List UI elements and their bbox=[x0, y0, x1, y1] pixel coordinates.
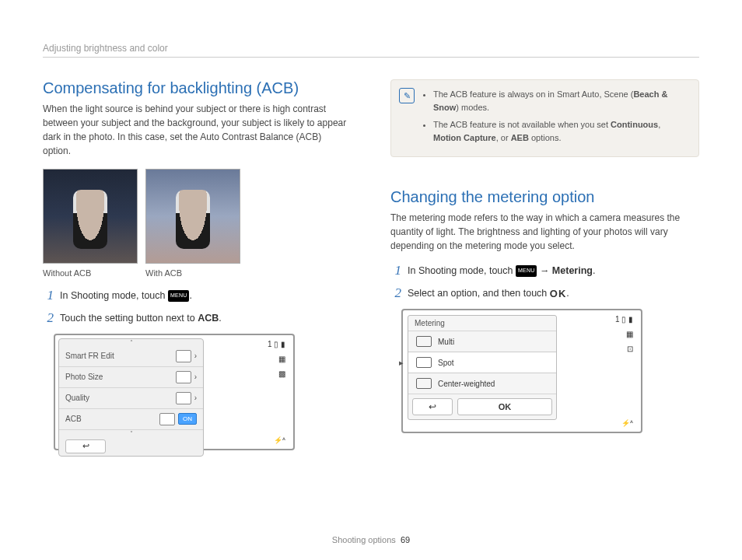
chevron-right-icon: › bbox=[194, 394, 197, 402]
scroll-up-icon: ˄ bbox=[59, 339, 203, 346]
menu-row-acb[interactable]: ACB ON bbox=[59, 409, 203, 430]
left-column: Compensating for backlighting (ACB) When… bbox=[43, 79, 352, 450]
back-button[interactable]: ↩ bbox=[65, 439, 106, 453]
side-icon-2: ⊡ bbox=[615, 345, 633, 353]
menu-icon: MENU bbox=[168, 290, 189, 302]
note-item-1: The ACB feature is always on in Smart Au… bbox=[433, 88, 689, 114]
photo-without-acb bbox=[43, 169, 138, 264]
metering-panel-title: Metering bbox=[408, 316, 556, 331]
caption-with-acb: With ACB bbox=[145, 268, 239, 278]
scroll-down-icon: ˅ bbox=[59, 430, 203, 437]
metering-step-2: Select an option, and then touch OK. bbox=[408, 286, 699, 302]
center-weighted-icon bbox=[416, 378, 432, 389]
menu-row-photo-size[interactable]: Photo Size › bbox=[59, 367, 203, 388]
step-number-2: 2 bbox=[43, 311, 54, 324]
note-item-2: The ACB feature is not available when yo… bbox=[433, 118, 689, 144]
side-icon-2: ▩ bbox=[268, 369, 285, 378]
metering-option-multi[interactable]: Multi bbox=[408, 331, 556, 352]
menu-row-smart-fr[interactable]: Smart FR Edit › bbox=[59, 346, 203, 367]
metering-camera-screen: Metering Multi Spot Center-weighted ↩ OK bbox=[401, 309, 642, 433]
multi-icon bbox=[416, 336, 432, 347]
metering-step-1: In Shooting mode, touch MENU → Metering. bbox=[408, 264, 699, 278]
menu-row-quality[interactable]: Quality › bbox=[59, 388, 203, 409]
chevron-right-icon: › bbox=[194, 352, 197, 360]
acb-heading: Compensating for backlighting (ACB) bbox=[43, 79, 352, 97]
acb-step-2: Touch the setting button next to ACB. bbox=[60, 311, 352, 326]
metering-option-center[interactable]: Center-weighted bbox=[408, 373, 556, 394]
flash-auto-icon: ⚡ᴬ bbox=[621, 419, 633, 427]
spot-icon bbox=[416, 357, 432, 368]
side-icon-1: ▦ bbox=[615, 330, 633, 338]
acb-intro: When the light source is behind your sub… bbox=[43, 102, 352, 158]
acb-camera-screen: ˄ Smart FR Edit › Photo Size › Quality › bbox=[54, 334, 295, 450]
step-number-1: 1 bbox=[43, 289, 54, 302]
metering-option-spot[interactable]: Spot bbox=[408, 352, 556, 373]
photo-with-acb bbox=[145, 169, 240, 264]
menu-icon: MENU bbox=[516, 265, 537, 277]
caption-without-acb: Without ACB bbox=[43, 268, 136, 278]
acb-on-toggle[interactable]: ON bbox=[178, 413, 197, 425]
flash-auto-icon: ⚡ᴬ bbox=[274, 436, 285, 444]
metering-intro: The metering mode refers to the way in w… bbox=[390, 211, 699, 253]
page-footer: Shooting options 69 bbox=[0, 535, 742, 544]
quality-icon bbox=[176, 392, 191, 404]
breadcrumb: Adjusting brightness and color bbox=[43, 43, 699, 58]
ok-icon: OK bbox=[550, 286, 567, 302]
note-icon: ✎ bbox=[399, 88, 415, 103]
info-note: ✎ The ACB feature is always on in Smart … bbox=[390, 79, 699, 157]
metering-heading: Changing the metering option bbox=[390, 188, 699, 206]
counter-indicator: 1 ▯ ▮ bbox=[615, 315, 633, 324]
step-number-1: 1 bbox=[390, 264, 401, 277]
acb-step-1: In Shooting mode, touch MENU. bbox=[60, 289, 352, 303]
acb-icon bbox=[159, 413, 175, 425]
side-icon-1: ▦ bbox=[268, 355, 285, 363]
step-number-2: 2 bbox=[390, 286, 401, 299]
right-column: ✎ The ACB feature is always on in Smart … bbox=[390, 79, 699, 450]
photo-size-icon bbox=[176, 371, 191, 383]
ok-button[interactable]: OK bbox=[457, 398, 552, 415]
chevron-right-icon: › bbox=[194, 373, 197, 381]
smart-fr-icon bbox=[176, 350, 191, 362]
back-button[interactable]: ↩ bbox=[412, 398, 453, 415]
counter-indicator: 1 ▯ ▮ bbox=[268, 340, 285, 348]
